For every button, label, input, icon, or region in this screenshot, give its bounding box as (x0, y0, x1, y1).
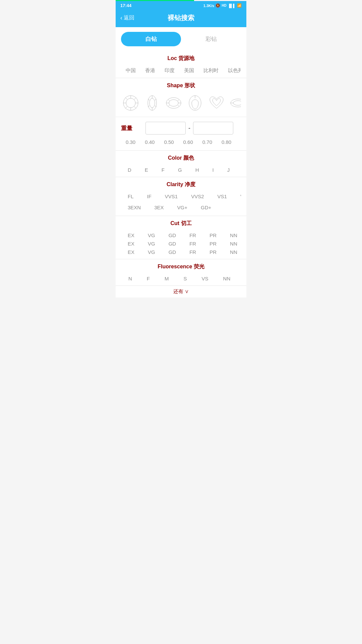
cut-FR[interactable]: FR (183, 231, 203, 239)
color-H[interactable]: H (189, 166, 206, 174)
page-title: 裸钻搜索 (168, 13, 194, 22)
shape-marquise[interactable] (228, 93, 241, 113)
back-label: 返回 (124, 14, 134, 21)
svg-point-1 (126, 98, 135, 108)
cut-title: Cut 切工 (121, 220, 241, 227)
weight-040[interactable]: 0.40 (140, 138, 159, 146)
color-G[interactable]: G (171, 166, 189, 174)
cut-rows: EX VG GD FR PR NN EX VG GD FR PR NN EX V… (121, 231, 241, 256)
loc-hongkong[interactable]: 香港 (140, 66, 160, 75)
sym-EX[interactable]: EX (121, 248, 141, 256)
fluor-NN[interactable]: NN (216, 274, 238, 283)
wifi-icon: 📶 (237, 3, 242, 8)
location-section: Loc 货源地 中国 香港 印度 美国 比利时 以色列 泰国 阿联酋 (116, 51, 246, 78)
shape-pear[interactable] (185, 93, 205, 113)
clarity-IF[interactable]: IF (140, 192, 158, 201)
loc-belgium[interactable]: 比利时 (199, 66, 223, 75)
svg-line-6 (125, 98, 127, 100)
cut-EX[interactable]: EX (121, 231, 141, 239)
cut-NN[interactable]: NN (223, 231, 241, 239)
preset-3EX[interactable]: 3EX (147, 203, 170, 212)
fluorescence-title: Fluorescence 荧光 (121, 263, 241, 270)
weight-100[interactable]: 1.00 (236, 138, 241, 146)
svg-line-24 (178, 100, 179, 101)
weight-inputs: - (138, 122, 241, 135)
polish-PR[interactable]: PR (203, 239, 223, 248)
fluor-S[interactable]: S (176, 274, 194, 283)
color-I[interactable]: I (206, 166, 221, 174)
weight-080[interactable]: 0.80 (217, 138, 236, 146)
weight-min-input[interactable] (145, 122, 186, 135)
weight-060[interactable]: 0.60 (179, 138, 198, 146)
svg-line-25 (168, 105, 170, 106)
bottom-hint: 还有 ∨ (116, 286, 246, 298)
clarity-FL[interactable]: FL (121, 192, 140, 201)
loc-china[interactable]: 中国 (121, 66, 140, 75)
shape-heart[interactable] (207, 93, 226, 113)
color-row: D E F G H I J (121, 166, 241, 174)
shape-section: Shape 形状 (116, 78, 246, 117)
sym-GD[interactable]: GD (162, 248, 183, 256)
cut-PR[interactable]: PR (203, 231, 223, 239)
weight-max-input[interactable] (193, 122, 233, 135)
fluor-M[interactable]: M (157, 274, 176, 283)
preset-3EXN[interactable]: 3EXN (121, 203, 147, 212)
loc-india[interactable]: 印度 (160, 66, 179, 75)
clarity-presets-row: 3EXN 3EX VG+ GD+ (121, 201, 241, 213)
hd-icon: HD (222, 4, 226, 7)
alarm-icon: 🔕 (216, 3, 220, 8)
clarity-row: FL IF VVS1 VVS2 VS1 VS2 SI1 SI2 (121, 192, 241, 201)
sym-NN[interactable]: NN (223, 248, 241, 256)
polish-EX[interactable]: EX (121, 239, 141, 248)
weight-070[interactable]: 0.70 (198, 138, 217, 146)
weight-050[interactable]: 0.50 (159, 138, 178, 146)
fluor-VS[interactable]: VS (194, 274, 216, 283)
loc-usa[interactable]: 美国 (179, 66, 199, 75)
color-F[interactable]: F (155, 166, 171, 174)
weight-header: 重量 - (121, 122, 241, 135)
loc-israel[interactable]: 以色列 (223, 66, 241, 75)
tab-white-diamond[interactable]: 白钻 (121, 32, 181, 46)
network-speed: 1.3K/s (203, 4, 214, 8)
polish-FR[interactable]: FR (183, 239, 203, 248)
shape-row (121, 93, 241, 114)
weight-label: 重量 (121, 124, 132, 132)
bottom-arrow-icon: ∨ (185, 288, 189, 294)
shape-round[interactable] (121, 93, 140, 113)
symmetry-row: EX VG GD FR PR NN (121, 248, 241, 256)
sym-PR[interactable]: PR (203, 248, 223, 256)
sym-FR[interactable]: FR (183, 248, 203, 256)
back-button[interactable]: ‹ 返回 (120, 14, 134, 21)
polish-NN[interactable]: NN (223, 239, 241, 248)
weight-dash: - (188, 125, 190, 132)
color-D[interactable]: D (121, 166, 138, 174)
tab-color-diamond[interactable]: 彩钻 (181, 32, 241, 46)
color-E[interactable]: E (138, 166, 155, 174)
cut-VG[interactable]: VG (141, 231, 162, 239)
clarity-VVS2[interactable]: VVS2 (184, 192, 210, 201)
clarity-VS2[interactable]: VS2 (234, 192, 241, 201)
polish-GD[interactable]: GD (162, 239, 183, 248)
shape-oval-narrow[interactable] (142, 93, 162, 113)
preset-GDplus[interactable]: GD+ (194, 203, 218, 212)
svg-point-28 (233, 101, 241, 105)
svg-point-11 (149, 98, 155, 108)
preset-VGplus[interactable]: VG+ (171, 203, 194, 212)
polish-VG[interactable]: VG (141, 239, 162, 248)
svg-point-19 (169, 100, 178, 106)
sym-VG[interactable]: VG (141, 248, 162, 256)
clarity-VS1[interactable]: VS1 (211, 192, 234, 201)
color-J[interactable]: J (221, 166, 237, 174)
fluor-N[interactable]: N (121, 274, 139, 283)
svg-line-23 (178, 105, 179, 106)
shape-oval-wide[interactable] (164, 93, 183, 113)
weight-options: 0.30 0.40 0.50 0.60 0.70 0.80 1.00 1.50 (121, 138, 241, 146)
location-title: Loc 货源地 (121, 55, 241, 62)
cut-GD[interactable]: GD (162, 231, 183, 239)
clarity-VVS1[interactable]: VVS1 (158, 192, 184, 201)
fluorescence-section: Fluorescence 荧光 N F M S VS NN (116, 259, 246, 286)
tab-switcher: 白钻 彩钻 (116, 27, 246, 51)
fluor-F[interactable]: F (139, 274, 157, 283)
svg-line-9 (125, 107, 127, 109)
weight-030[interactable]: 0.30 (121, 138, 140, 146)
